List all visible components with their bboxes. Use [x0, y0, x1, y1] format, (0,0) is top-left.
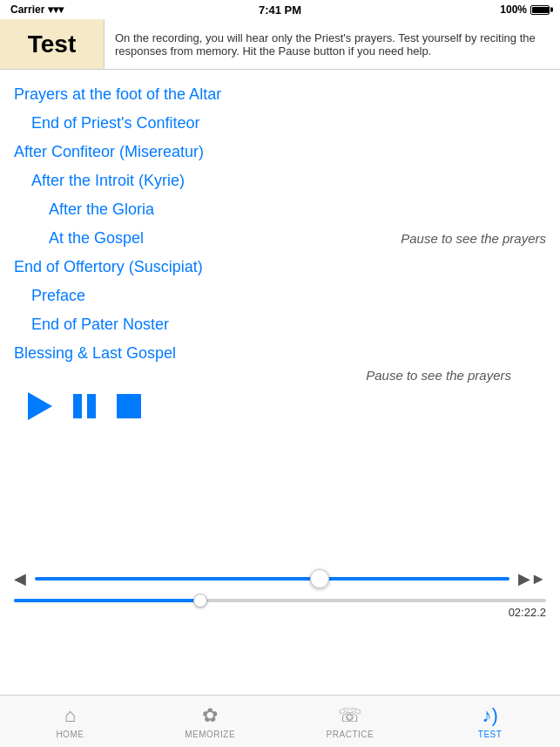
menu-item[interactable]: After the Introit (Kyrie): [14, 166, 546, 195]
tab-home-label: HOME: [56, 730, 84, 739]
pause-bar-left: [73, 394, 82, 418]
menu-list: Prayers at the foot of the AltarEnd of P…: [14, 80, 546, 368]
progress-fill: [14, 599, 200, 602]
menu-item[interactable]: Preface: [14, 282, 546, 310]
tab-bar: ⌂ HOME ✿ MEMORIZE ☏ PRACTICE ♪) TEST: [0, 695, 560, 747]
progress-bar[interactable]: [14, 599, 546, 602]
time-display: 02:22.2: [0, 604, 560, 621]
header-title: Test: [0, 19, 105, 69]
volume-row: ◀ ▶►: [0, 562, 560, 595]
memorize-icon: ✿: [202, 704, 218, 727]
tab-home[interactable]: ⌂ HOME: [0, 699, 140, 744]
menu-item[interactable]: Blessing & Last Gospel: [14, 339, 546, 368]
status-left: Carrier ▾▾▾: [10, 3, 64, 16]
menu-item[interactable]: End of Pater Noster: [14, 310, 546, 339]
progress-thumb[interactable]: [193, 594, 207, 608]
media-controls: [14, 378, 546, 427]
pause-button[interactable]: [73, 394, 96, 418]
test-icon: ♪): [482, 704, 497, 727]
progress-row: [0, 595, 560, 604]
battery-percent: 100%: [500, 3, 527, 16]
menu-item[interactable]: After Confiteor (Misereatur): [14, 138, 546, 166]
wifi-icon: ▾▾▾: [48, 3, 64, 16]
pause-hint: Pause to see the prayers: [366, 368, 511, 383]
volume-thumb[interactable]: [310, 569, 329, 588]
tab-practice-label: PRACTICE: [327, 730, 374, 739]
home-icon: ⌂: [64, 704, 76, 727]
menu-item[interactable]: At the Gospel: [14, 224, 401, 253]
tab-memorize-label: MEMORIZE: [185, 730, 235, 739]
main-content: Prayers at the foot of the AltarEnd of P…: [0, 70, 560, 438]
menu-item[interactable]: End of Offertory (Suscipiat): [14, 253, 546, 282]
status-bar: Carrier ▾▾▾ 7:41 PM 100%: [0, 0, 560, 19]
volume-high-icon: ▶►: [518, 569, 546, 588]
tab-test[interactable]: ♪) TEST: [420, 699, 560, 744]
pause-bar-right: [87, 394, 96, 418]
tab-practice[interactable]: ☏ PRACTICE: [280, 699, 421, 744]
header-description: On the recording, you will hear only the…: [105, 19, 560, 69]
stop-button[interactable]: [117, 394, 141, 418]
volume-slider[interactable]: [35, 577, 509, 581]
tab-test-label: TEST: [478, 730, 503, 739]
menu-item[interactable]: After the Gloria: [14, 195, 546, 224]
play-button[interactable]: [28, 392, 52, 420]
pause-hint-inline: Pause to see the prayers: [401, 231, 546, 246]
battery-icon: [530, 5, 550, 15]
menu-item[interactable]: End of Priest's Confiteor: [14, 109, 546, 138]
volume-section: ◀ ▶► 02:22.2: [0, 562, 560, 621]
carrier-label: Carrier: [10, 3, 44, 16]
tab-memorize[interactable]: ✿ MEMORIZE: [140, 699, 280, 744]
practice-icon: ☏: [338, 704, 362, 727]
header: Test On the recording, you will hear onl…: [0, 19, 560, 70]
menu-item[interactable]: Prayers at the foot of the Altar: [14, 80, 546, 109]
status-time: 7:41 PM: [259, 3, 301, 17]
volume-low-icon: ◀: [14, 569, 26, 588]
status-right: 100%: [500, 3, 550, 16]
